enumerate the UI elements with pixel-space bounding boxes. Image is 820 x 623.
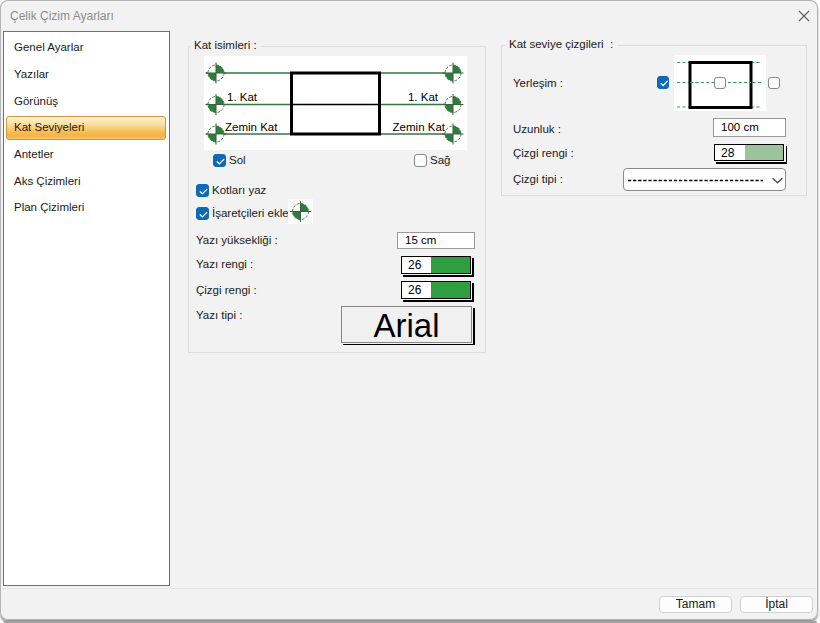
svg-text:Zemin Kat: Zemin Kat xyxy=(225,121,278,133)
svg-text:1. Kat: 1. Kat xyxy=(408,91,439,103)
svg-text:1. Kat: 1. Kat xyxy=(227,91,258,103)
svg-text:Zemin Kat: Zemin Kat xyxy=(393,121,446,133)
